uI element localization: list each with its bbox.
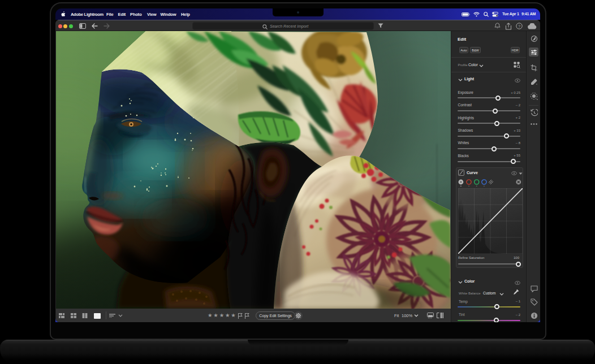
- svg-text:?: ?: [518, 24, 520, 29]
